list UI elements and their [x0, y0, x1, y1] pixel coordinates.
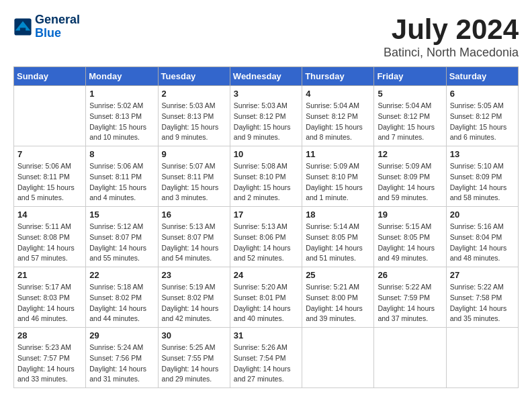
page-header: General Blue July 2024 Batinci, North Ma…: [13, 13, 519, 60]
day-number: 30: [162, 330, 226, 340]
day-cell: 18Sunrise: 5:14 AMSunset: 8:05 PMDayligh…: [302, 207, 374, 267]
week-row-4: 21Sunrise: 5:17 AMSunset: 8:03 PMDayligh…: [14, 267, 519, 328]
day-cell: [374, 328, 446, 388]
day-number: 12: [378, 149, 442, 159]
subtitle: Batinci, North Macedonia: [384, 46, 519, 60]
day-cell: 19Sunrise: 5:15 AMSunset: 8:05 PMDayligh…: [374, 207, 446, 267]
header-cell-monday: Monday: [86, 67, 158, 86]
day-cell: 31Sunrise: 5:26 AMSunset: 7:54 PMDayligh…: [230, 328, 302, 388]
day-number: 23: [162, 270, 226, 280]
calendar-header: SundayMondayTuesdayWednesdayThursdayFrid…: [14, 67, 519, 86]
day-number: 13: [450, 149, 515, 159]
day-cell: 28Sunrise: 5:23 AMSunset: 7:57 PMDayligh…: [14, 328, 86, 388]
logo: General Blue: [13, 13, 80, 40]
day-info: Sunrise: 5:04 AMSunset: 8:12 PMDaylight:…: [306, 101, 370, 143]
day-info: Sunrise: 5:25 AMSunset: 7:55 PMDaylight:…: [162, 342, 226, 385]
title-block: July 2024 Batinci, North Macedonia: [384, 13, 519, 60]
day-number: 29: [89, 330, 154, 340]
week-row-1: 1Sunrise: 5:02 AMSunset: 8:13 PMDaylight…: [14, 86, 519, 146]
day-cell: 27Sunrise: 5:22 AMSunset: 7:58 PMDayligh…: [446, 267, 518, 328]
calendar-table: SundayMondayTuesdayWednesdayThursdayFrid…: [13, 66, 519, 388]
day-info: Sunrise: 5:06 AMSunset: 8:11 PMDaylight:…: [17, 161, 82, 203]
day-cell: 1Sunrise: 5:02 AMSunset: 8:13 PMDaylight…: [86, 86, 158, 146]
week-row-3: 14Sunrise: 5:11 AMSunset: 8:08 PMDayligh…: [14, 207, 519, 267]
day-cell: 6Sunrise: 5:05 AMSunset: 8:12 PMDaylight…: [446, 86, 518, 146]
day-info: Sunrise: 5:05 AMSunset: 8:12 PMDaylight:…: [450, 101, 515, 143]
day-number: 5: [378, 89, 442, 99]
day-cell: [446, 328, 518, 388]
logo-icon: [13, 17, 32, 36]
day-number: 27: [450, 270, 515, 280]
day-info: Sunrise: 5:12 AMSunset: 8:07 PMDaylight:…: [89, 222, 154, 264]
day-number: 16: [162, 210, 226, 220]
day-info: Sunrise: 5:22 AMSunset: 7:58 PMDaylight:…: [450, 282, 515, 324]
day-cell: 15Sunrise: 5:12 AMSunset: 8:07 PMDayligh…: [86, 207, 158, 267]
header-cell-friday: Friday: [374, 67, 446, 86]
day-cell: 25Sunrise: 5:21 AMSunset: 8:00 PMDayligh…: [302, 267, 374, 328]
day-info: Sunrise: 5:04 AMSunset: 8:12 PMDaylight:…: [378, 101, 442, 143]
day-number: 7: [17, 149, 82, 159]
day-info: Sunrise: 5:02 AMSunset: 8:13 PMDaylight:…: [89, 101, 154, 143]
day-info: Sunrise: 5:15 AMSunset: 8:05 PMDaylight:…: [378, 222, 442, 264]
day-cell: 10Sunrise: 5:08 AMSunset: 8:10 PMDayligh…: [230, 146, 302, 207]
main-title: July 2024: [384, 13, 519, 46]
day-cell: [302, 328, 374, 388]
day-number: 14: [17, 210, 82, 220]
day-number: 22: [89, 270, 154, 280]
day-cell: 8Sunrise: 5:06 AMSunset: 8:11 PMDaylight…: [86, 146, 158, 207]
day-number: 17: [234, 210, 298, 220]
day-cell: 7Sunrise: 5:06 AMSunset: 8:11 PMDaylight…: [14, 146, 86, 207]
header-cell-tuesday: Tuesday: [158, 67, 230, 86]
week-row-5: 28Sunrise: 5:23 AMSunset: 7:57 PMDayligh…: [14, 328, 519, 388]
day-number: 18: [306, 210, 370, 220]
day-number: 3: [234, 89, 298, 99]
day-number: 15: [89, 210, 154, 220]
day-info: Sunrise: 5:18 AMSunset: 8:02 PMDaylight:…: [89, 282, 154, 324]
week-row-2: 7Sunrise: 5:06 AMSunset: 8:11 PMDaylight…: [14, 146, 519, 207]
svg-rect-2: [20, 28, 26, 32]
day-cell: 20Sunrise: 5:16 AMSunset: 8:04 PMDayligh…: [446, 207, 518, 267]
day-number: 20: [450, 210, 515, 220]
day-number: 28: [17, 330, 82, 340]
day-info: Sunrise: 5:13 AMSunset: 8:06 PMDaylight:…: [234, 222, 298, 264]
header-cell-wednesday: Wednesday: [230, 67, 302, 86]
day-cell: 24Sunrise: 5:20 AMSunset: 8:01 PMDayligh…: [230, 267, 302, 328]
day-cell: 26Sunrise: 5:22 AMSunset: 7:59 PMDayligh…: [374, 267, 446, 328]
day-number: 1: [89, 89, 154, 99]
day-number: 4: [306, 89, 370, 99]
day-number: 25: [306, 270, 370, 280]
day-info: Sunrise: 5:24 AMSunset: 7:56 PMDaylight:…: [89, 342, 154, 385]
day-number: 21: [17, 270, 82, 280]
day-info: Sunrise: 5:08 AMSunset: 8:10 PMDaylight:…: [234, 161, 298, 203]
day-number: 31: [234, 330, 298, 340]
day-cell: 2Sunrise: 5:03 AMSunset: 8:13 PMDaylight…: [158, 86, 230, 146]
day-number: 11: [306, 149, 370, 159]
header-cell-sunday: Sunday: [14, 67, 86, 86]
day-info: Sunrise: 5:07 AMSunset: 8:11 PMDaylight:…: [162, 161, 226, 203]
day-info: Sunrise: 5:20 AMSunset: 8:01 PMDaylight:…: [234, 282, 298, 324]
day-info: Sunrise: 5:13 AMSunset: 8:07 PMDaylight:…: [162, 222, 226, 264]
day-cell: 14Sunrise: 5:11 AMSunset: 8:08 PMDayligh…: [14, 207, 86, 267]
day-number: 2: [162, 89, 226, 99]
day-info: Sunrise: 5:14 AMSunset: 8:05 PMDaylight:…: [306, 222, 370, 264]
day-cell: 12Sunrise: 5:09 AMSunset: 8:09 PMDayligh…: [374, 146, 446, 207]
day-number: 9: [162, 149, 226, 159]
day-cell: 4Sunrise: 5:04 AMSunset: 8:12 PMDaylight…: [302, 86, 374, 146]
day-cell: 17Sunrise: 5:13 AMSunset: 8:06 PMDayligh…: [230, 207, 302, 267]
calendar-body: 1Sunrise: 5:02 AMSunset: 8:13 PMDaylight…: [14, 86, 519, 388]
logo-text: General Blue: [35, 13, 80, 40]
day-number: 8: [89, 149, 154, 159]
day-cell: 30Sunrise: 5:25 AMSunset: 7:55 PMDayligh…: [158, 328, 230, 388]
day-info: Sunrise: 5:10 AMSunset: 8:09 PMDaylight:…: [450, 161, 515, 203]
header-cell-saturday: Saturday: [446, 67, 518, 86]
day-number: 19: [378, 210, 442, 220]
day-number: 26: [378, 270, 442, 280]
day-number: 24: [234, 270, 298, 280]
day-cell: [14, 86, 86, 146]
day-cell: 5Sunrise: 5:04 AMSunset: 8:12 PMDaylight…: [374, 86, 446, 146]
header-row: SundayMondayTuesdayWednesdayThursdayFrid…: [14, 67, 519, 86]
day-info: Sunrise: 5:09 AMSunset: 8:10 PMDaylight:…: [306, 161, 370, 203]
day-cell: 9Sunrise: 5:07 AMSunset: 8:11 PMDaylight…: [158, 146, 230, 207]
day-info: Sunrise: 5:19 AMSunset: 8:02 PMDaylight:…: [162, 282, 226, 324]
day-info: Sunrise: 5:26 AMSunset: 7:54 PMDaylight:…: [234, 342, 298, 385]
